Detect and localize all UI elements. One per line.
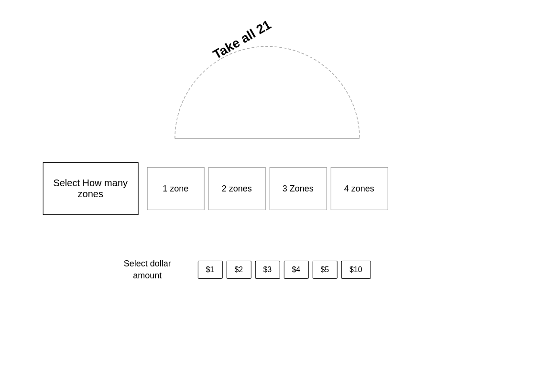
dollar-label: Select dollar amount	[111, 258, 183, 282]
dollar-section: Select dollar amount $1 $2 $3 $4 $5 $10	[111, 258, 371, 282]
dollar-btn-5[interactable]: $5	[312, 261, 337, 279]
zones-section: Select How many zones 1 zone 2 zones 3 Z…	[43, 162, 388, 215]
dollar-btn-4[interactable]: $4	[283, 261, 308, 279]
dollar-btn-1[interactable]: $1	[197, 261, 222, 279]
zone-option-3[interactable]: 3 Zones	[269, 167, 327, 210]
zone-option-4[interactable]: 4 zones	[330, 167, 388, 210]
dollar-btn-3[interactable]: $3	[255, 261, 280, 279]
dollar-btn-2[interactable]: $2	[226, 261, 251, 279]
zone-options: 1 zone 2 zones 3 Zones 4 zones	[143, 167, 388, 210]
semicircle-section: Take all 21	[153, 10, 382, 143]
page-container: Take all 21 Select How many zones 1 zone…	[0, 0, 534, 392]
dollar-options: $1 $2 $3 $4 $5 $10	[197, 261, 371, 279]
zones-label-text: Select How many zones	[48, 178, 133, 200]
dollar-btn-10[interactable]: $10	[341, 261, 371, 279]
svg-text:Take all 21: Take all 21	[210, 17, 273, 62]
zone-option-1[interactable]: 1 zone	[147, 167, 204, 210]
zone-option-2[interactable]: 2 zones	[208, 167, 265, 210]
zones-label: Select How many zones	[43, 162, 138, 215]
